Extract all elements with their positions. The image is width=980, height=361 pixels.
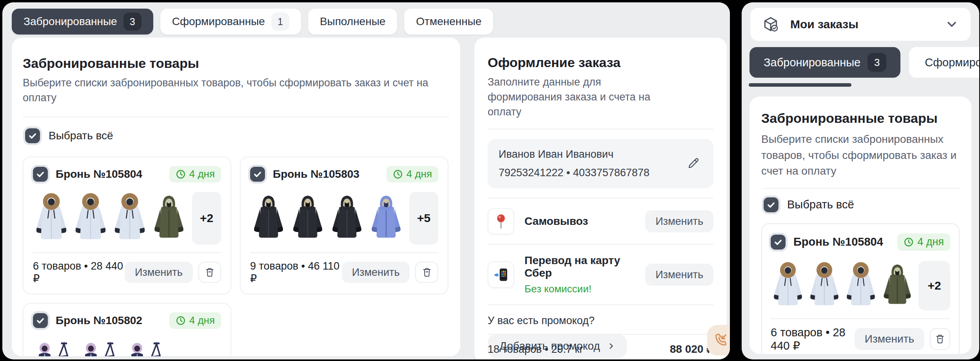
change-delivery-button[interactable]: Изменить: [645, 210, 713, 232]
product-thumbnails: +2: [771, 259, 950, 310]
page-title: Забронированные товары: [761, 111, 960, 126]
days-left-label: 4 дня: [407, 168, 432, 180]
divider: [23, 117, 449, 117]
divider: [488, 244, 713, 245]
booking-card: Бронь №105804 4 дня +2 6 товаров • 28 44…: [761, 223, 960, 354]
product-image-parka-lightblue: [844, 259, 878, 310]
checkout-panel: Оформление заказа Заполните данные для ф…: [474, 38, 727, 359]
booking-title: Бронь №105804: [56, 168, 142, 180]
product-image-kids-set: [79, 337, 123, 356]
tabs-scroll-indicator[interactable]: [749, 83, 851, 87]
change-payment-button[interactable]: Изменить: [645, 264, 713, 286]
page-title: Забронированные товары: [23, 56, 449, 71]
trash-icon: [935, 334, 946, 345]
days-left-badge: 4 дня: [169, 166, 221, 182]
trash-icon: [421, 267, 432, 278]
more-products-count[interactable]: +5: [409, 192, 438, 244]
tab-count-badge: 1: [271, 13, 289, 31]
divider: [488, 304, 713, 305]
booking-checkbox[interactable]: [33, 167, 48, 182]
product-image-jacket-olive: [151, 190, 187, 244]
fee-label: Логистический сбор: [488, 358, 600, 359]
product-image-jacket-black: [289, 190, 326, 244]
clock-icon: [904, 237, 914, 247]
contact-phone: 79253241222 • 4033757867878: [499, 167, 650, 179]
divider: [488, 198, 713, 199]
trash-icon: [204, 267, 215, 278]
tab-cancelled[interactable]: Отмененные: [404, 9, 493, 35]
booking-title: Бронь №105803: [273, 168, 359, 180]
pushpin-icon: [488, 208, 514, 235]
delete-booking-button[interactable]: [198, 262, 221, 283]
fee-label-text: Логистический сбор: [488, 358, 586, 359]
days-left-badge: 4 дня: [897, 233, 950, 251]
tab-formed[interactable]: Сформированные: [909, 47, 979, 78]
info-icon[interactable]: [590, 359, 600, 360]
page-subtitle: Выберите списки забронированных товаров,…: [761, 131, 960, 179]
order-status-tabs: Забронированные 3 Сформированные 1 Выпол…: [12, 9, 493, 35]
my-orders-title: Мои заказы: [790, 18, 858, 31]
payment-info: Перевод на карту Сбер Без комиссии!: [524, 254, 635, 295]
booking-footer: 9 товаров • 46 110 ₽ Изменить: [250, 260, 438, 285]
booking-summary: 9 товаров • 46 110 ₽: [250, 260, 342, 285]
tab-completed[interactable]: Выполненые: [308, 9, 397, 35]
chevron-down-icon[interactable]: [945, 17, 959, 31]
booking-checkbox[interactable]: [250, 167, 265, 182]
select-all-checkbox[interactable]: [764, 197, 779, 212]
bookings-grid: Бронь №105804 4 дня +2 6 товаров • 28 44…: [23, 157, 449, 356]
clock-icon: [393, 169, 403, 179]
product-image-parka-lightblue: [33, 190, 70, 244]
edit-booking-button[interactable]: Изменить: [342, 262, 410, 283]
product-image-jacket-black: [250, 190, 287, 244]
promo-question: У вас есть промокод?: [488, 315, 713, 327]
days-left-badge: 4 дня: [169, 312, 221, 329]
delivery-label: Самовывоз: [524, 215, 588, 228]
support-call-fab[interactable]: [707, 325, 730, 356]
tab-label: Отмененные: [416, 15, 481, 28]
divider: [250, 252, 438, 253]
page-subtitle: Выберите списки забронированных товаров,…: [23, 76, 449, 106]
contact-name: Иванов Иван Иванович: [499, 148, 650, 160]
contact-card: Иванов Иван Иванович 79253241222 • 40337…: [488, 139, 713, 188]
payment-row: Перевод на карту Сбер Без комиссии! Изме…: [488, 254, 713, 295]
product-image-parka-lightblue: [72, 190, 109, 244]
select-all-label: Выбрать всё: [787, 198, 854, 211]
booking-footer: 6 товаров • 28 440 ₽ Изменить: [771, 326, 950, 352]
edit-contact-button[interactable]: [684, 154, 702, 173]
tab-reserved[interactable]: Забронированные 3: [750, 47, 900, 78]
tab-label: Забронированные: [24, 15, 117, 28]
fee-amount: 0 ₽: [698, 358, 713, 359]
booking-header: Бронь №105804 4 дня: [771, 233, 950, 251]
tab-reserved[interactable]: Забронированные 3: [12, 9, 153, 35]
booking-card: Бронь №105802 4 дня: [23, 303, 231, 356]
package-icon: [762, 16, 779, 33]
payment-label: Перевод на карту Сбер: [524, 254, 635, 279]
tab-label: Сформированные: [925, 56, 979, 69]
booking-checkbox[interactable]: [771, 235, 786, 250]
select-all-row: Выбрать всё: [25, 128, 449, 143]
totals-row: 18 товаров • 29.7 кг 88 020 ₽: [488, 343, 713, 356]
delete-booking-button[interactable]: [415, 262, 438, 283]
booking-checkbox[interactable]: [33, 313, 48, 328]
divider: [771, 318, 950, 319]
booking-header: Бронь №105803 4 дня: [250, 166, 438, 182]
checkout-totals: 18 товаров • 29.7 кг 88 020 ₽ Логистичес…: [488, 334, 713, 359]
booking-card: Бронь №105803 4 дня +5 9 товаров • 46 11…: [240, 157, 448, 294]
edit-booking-button[interactable]: Изменить: [855, 328, 924, 350]
delete-booking-button[interactable]: [930, 328, 950, 350]
more-products-count[interactable]: +2: [192, 192, 221, 244]
select-all-label: Выбрать всё: [49, 129, 113, 142]
edit-booking-button[interactable]: Изменить: [125, 262, 193, 283]
divider: [33, 252, 221, 253]
days-left-badge: 4 дня: [387, 166, 438, 182]
mobile-status-tabs: Забронированные 3 Сформированные: [750, 47, 979, 78]
select-all-checkbox[interactable]: [25, 128, 40, 143]
product-thumbnails: [33, 337, 221, 356]
my-orders-header[interactable]: Мои заказы: [750, 8, 971, 41]
delivery-row: Самовывоз Изменить: [488, 208, 713, 235]
product-thumbnails: +2: [33, 190, 221, 244]
more-products-count[interactable]: +2: [918, 261, 950, 310]
booking-summary: 6 товаров • 28 440 ₽: [33, 260, 125, 285]
tab-formed[interactable]: Сформированные 1: [160, 9, 301, 35]
totals-items: 18 товаров • 29.7 кг: [488, 343, 583, 356]
